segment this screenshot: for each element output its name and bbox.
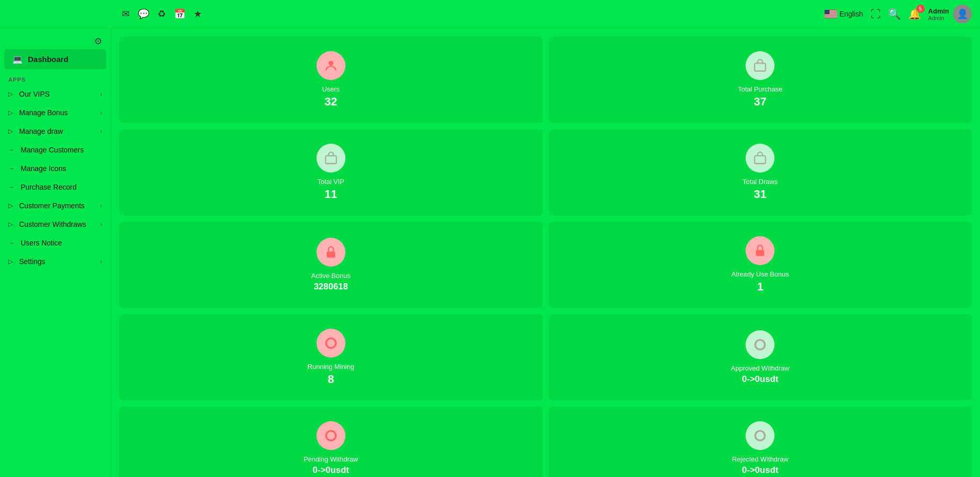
card-running-mining[interactable]: Running Mining 8	[119, 314, 543, 401]
cards-grid: Users 32 Total Purchase 37	[119, 37, 972, 477]
running-mining-icon-circle	[317, 329, 345, 358]
svg-rect-10	[325, 156, 336, 163]
sidebar-label-manage-draw: Manage draw	[19, 127, 63, 135]
svg-rect-11	[755, 156, 766, 163]
card-active-bonus[interactable]: Active Bonus 3280618	[119, 222, 543, 308]
email-icon[interactable]: ✉	[122, 8, 130, 20]
admin-name: Admin	[928, 7, 949, 15]
sidebar-gear-icon[interactable]: ⚙	[0, 34, 110, 47]
sidebar-item-manage-icons[interactable]: → Manage Icons	[0, 159, 110, 178]
card-active-bonus-title: Active Bonus	[311, 272, 351, 280]
sidebar-item-manage-draw[interactable]: ▷ Manage draw ›	[0, 122, 110, 141]
card-approved-withdraw[interactable]: Approved Withdraw 0->0usdt	[549, 314, 972, 401]
arrow-right-icon: →	[8, 239, 14, 247]
language-label: English	[840, 10, 863, 18]
lock-icon	[324, 245, 338, 259]
card-users[interactable]: Users 32	[119, 37, 543, 123]
svg-point-14	[326, 338, 336, 348]
card-total-vip[interactable]: Total VIP 11	[119, 129, 543, 216]
card-approved-withdraw-value: 0->0usdt	[742, 374, 778, 384]
card-active-bonus-value: 3280618	[314, 282, 348, 292]
sidebar-item-manage-bonus[interactable]: ▷ Manage Bonus ›	[0, 103, 110, 122]
pending-withdraw-icon-circle	[317, 421, 345, 450]
dashboard-label: Dashboard	[28, 55, 68, 64]
admin-role: Admin	[928, 15, 949, 21]
card-rejected-withdraw-title: Rejected Withdraw	[732, 455, 788, 463]
avatar: 👤	[953, 5, 972, 23]
card-running-mining-title: Running Mining	[308, 363, 354, 371]
svg-rect-7	[825, 10, 830, 14]
svg-rect-4	[825, 14, 837, 15]
sidebar-item-customer-withdraws[interactable]: ▷ Customer Withdraws ›	[0, 215, 110, 234]
sidebar-item-dashboard[interactable]: 💻 Dashboard	[4, 49, 106, 69]
sidebar-item-customer-payments[interactable]: ▷ Customer Payments ›	[0, 196, 110, 215]
main-content: Users 32 Total Purchase 37	[111, 28, 980, 477]
topbar-right: English ⛶ 🔍 🔔 5 Admin Admin 👤	[825, 5, 972, 23]
card-already-use-bonus[interactable]: Already Use Bonus 1	[549, 222, 972, 308]
briefcase-icon	[753, 58, 767, 73]
refresh-icon[interactable]: ♻	[157, 8, 166, 20]
topbar: ✉ 💬 ♻ 📅 ★ English ⛶ 🔍 🔔 5	[0, 0, 980, 28]
card-pending-withdraw[interactable]: Pending Withdraw 0->0usdt	[119, 407, 543, 477]
bell-icon[interactable]: 🔔 5	[908, 8, 921, 20]
card-approved-withdraw-title: Approved Withdraw	[731, 364, 789, 372]
briefcase-icon-2	[324, 151, 338, 165]
users-icon-circle	[317, 51, 345, 80]
sidebar-label-customer-withdraws: Customer Withdraws	[19, 220, 86, 228]
card-total-draws-title: Total Draws	[742, 178, 778, 186]
chevron-right-icon: ▷	[8, 221, 13, 228]
briefcase-icon-3	[753, 151, 767, 165]
calendar-icon[interactable]: 📅	[174, 8, 185, 20]
sidebar-label-our-vips: Our VIPS	[19, 90, 50, 98]
card-total-purchase-value: 37	[754, 95, 766, 109]
search-icon[interactable]: 🔍	[888, 8, 901, 20]
total-purchase-icon-circle	[746, 51, 774, 80]
language-selector[interactable]: English	[825, 10, 863, 18]
sidebar-label-manage-icons: Manage Icons	[21, 164, 66, 173]
sidebar-label-users-notice: Users Notice	[21, 239, 62, 247]
card-total-purchase-title: Total Purchase	[738, 85, 782, 93]
chevron-right-icon: ▷	[8, 258, 13, 265]
fullscreen-icon[interactable]: ⛶	[871, 8, 881, 20]
sidebar-item-our-vips[interactable]: ▷ Our VIPS ›	[0, 85, 110, 103]
expand-arrow-icon: ›	[100, 221, 102, 228]
expand-arrow-icon: ›	[100, 128, 102, 135]
sidebar-label-purchase-record: Purchase Record	[21, 183, 76, 191]
active-bonus-icon-circle	[317, 238, 345, 267]
star-icon[interactable]: ★	[194, 8, 202, 20]
card-total-vip-value: 11	[325, 188, 337, 201]
svg-rect-5	[825, 16, 837, 16]
circle-icon-2	[753, 337, 767, 352]
sidebar-label-settings: Settings	[19, 257, 45, 266]
approved-withdraw-icon-circle	[746, 330, 774, 359]
user-icon	[324, 58, 338, 73]
sidebar-label-manage-bonus: Manage Bonus	[19, 109, 68, 117]
card-pending-withdraw-title: Pending Withdraw	[304, 455, 358, 463]
card-total-purchase[interactable]: Total Purchase 37	[549, 37, 972, 123]
dashboard-icon: 💻	[12, 54, 23, 64]
chevron-right-icon: ▷	[8, 128, 13, 135]
chevron-right-icon: ▷	[8, 202, 13, 209]
chat-icon[interactable]: 💬	[138, 8, 149, 20]
sidebar-item-purchase-record[interactable]: → Purchase Record	[0, 178, 110, 196]
card-rejected-withdraw[interactable]: Rejected Withdraw 0->0usdt	[549, 407, 972, 477]
admin-info[interactable]: Admin Admin 👤	[928, 5, 972, 23]
card-total-vip-title: Total VIP	[318, 178, 344, 186]
svg-rect-6	[825, 17, 837, 18]
card-pending-withdraw-value: 0->0usdt	[313, 465, 349, 475]
sidebar-label-manage-customers: Manage Customers	[21, 146, 84, 154]
sidebar-item-users-notice[interactable]: → Users Notice	[0, 234, 110, 252]
sidebar-item-settings[interactable]: ▷ Settings ›	[0, 252, 110, 271]
svg-rect-9	[755, 63, 766, 71]
sidebar-item-manage-customers[interactable]: → Manage Customers	[0, 141, 110, 159]
svg-point-17	[755, 431, 765, 441]
svg-rect-12	[327, 252, 335, 258]
circle-icon-4	[753, 428, 767, 443]
card-total-draws[interactable]: Total Draws 31	[549, 129, 972, 216]
svg-point-16	[326, 431, 336, 441]
notification-badge: 5	[916, 5, 925, 13]
arrow-right-icon: →	[8, 165, 14, 172]
circle-icon-3	[324, 428, 338, 443]
total-vip-icon-circle	[317, 144, 345, 173]
card-users-value: 32	[325, 95, 337, 109]
